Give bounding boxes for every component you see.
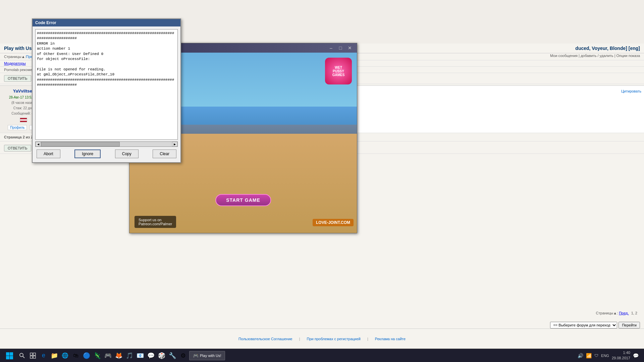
patreon-text: Support us onPatreon.com/Palmer [139, 218, 172, 226]
dialog-titlebar: Code Error [33, 19, 180, 26]
reply-button[interactable]: ОТВЕТИТЬ [4, 75, 31, 82]
svg-rect-3 [10, 356, 13, 359]
pages-label: Страницы▲: [4, 55, 26, 59]
window-controls: – □ ✕ [327, 45, 354, 51]
reg-label: Стаж: [13, 106, 22, 110]
svg-rect-7 [33, 353, 36, 355]
start-button[interactable] [3, 350, 16, 361]
footer-sep-2: | [367, 337, 368, 341]
footer-link-ads[interactable]: Реклама на сайте [375, 337, 406, 341]
right-page-numbers: 1, 2 [631, 311, 637, 315]
game-taskbar-button[interactable]: 🎮 Play with Us! [189, 351, 225, 360]
task-view-icon[interactable] [28, 351, 38, 360]
dialog-buttons: Abort Ignore Copy Clear [35, 147, 178, 160]
forum-select-area: == Выберите форум для перехода == Перейт… [550, 322, 640, 328]
scroll-track[interactable] [41, 142, 172, 146]
right-pagination: Страницы▲: Пред. 1, 2 [596, 311, 637, 315]
quote-button[interactable]: Цитировать [621, 88, 641, 94]
svg-rect-2 [6, 356, 9, 359]
game-taskbar-icon: 🎮 [193, 353, 199, 358]
svg-point-4 [20, 353, 23, 357]
patreon-banner: Support us onPatreon.com/Palmer [135, 216, 176, 228]
edge-icon[interactable]: e [39, 351, 48, 360]
app1-icon[interactable]: 🦎 [93, 351, 102, 360]
footer-link-agreement[interactable]: Пользовательское Соглашение [238, 337, 292, 341]
notifications-icon[interactable]: 💬 [633, 353, 639, 358]
love-joint-banner: LOVE-JOINT.COM [313, 219, 354, 226]
go-button[interactable]: Перейти [619, 322, 640, 328]
windows-icon [5, 352, 13, 360]
task-view-icon-svg [30, 353, 36, 359]
svg-line-5 [23, 356, 24, 358]
abort-button[interactable]: Abort [37, 149, 60, 158]
app3-icon[interactable]: 🦊 [114, 351, 123, 360]
minimize-button[interactable]: – [327, 45, 335, 51]
search-icon [19, 353, 25, 359]
search-taskbar-icon[interactable] [17, 351, 27, 360]
scroll-right-arrow[interactable]: ▶ [172, 142, 177, 146]
store-icon[interactable]: 🛍 [71, 351, 80, 360]
svg-rect-8 [30, 356, 33, 358]
user-actions-text: Мои сообщения | добавить / удалить | Опц… [550, 54, 640, 58]
dialog-body: ◀ ▶ Abort Ignore Copy Clear [33, 26, 180, 162]
date-display: 29.08.2017 [612, 356, 630, 361]
footer: Пользовательское Соглашение | При пробле… [0, 328, 644, 349]
flag-icon [20, 118, 27, 122]
svg-rect-0 [6, 352, 9, 356]
right-sidebar-area: Мои сообщения | добавить / удалить | Опц… [537, 44, 644, 58]
messages-label: Сообщений: [11, 112, 31, 115]
clear-button[interactable]: Clear [153, 149, 176, 158]
app9-icon[interactable]: ⚙ [178, 351, 188, 360]
game-taskbar-label: Play with Us! [200, 354, 221, 358]
start-game-button[interactable]: START GAME [215, 194, 271, 206]
game-logo: WETPUSSYGAMES [325, 58, 352, 84]
app8-icon[interactable]: 🔧 [168, 351, 177, 360]
time-display: 1:40 [612, 350, 630, 355]
tray-icon-3[interactable]: 🛡 [594, 353, 598, 358]
right-prev-link[interactable]: Пред. [619, 311, 629, 315]
scroll-left-arrow[interactable]: ◀ [36, 142, 41, 146]
footer-sep-1: | [299, 337, 300, 341]
svg-rect-1 [10, 352, 13, 356]
horizontal-scrollbar[interactable]: ◀ ▶ [35, 141, 178, 147]
app5-icon[interactable]: 📧 [136, 351, 145, 360]
chrome-icon[interactable]: 🔵 [82, 351, 91, 360]
app6-icon[interactable]: 💬 [146, 351, 156, 360]
dialog-title: Code Error [35, 20, 56, 25]
profile-button[interactable]: Профиль [8, 125, 27, 130]
svg-rect-9 [33, 356, 36, 358]
ignore-button[interactable]: Ignore [74, 149, 101, 158]
forum-select[interactable]: == Выберите форум для перехода == [550, 322, 617, 328]
right-pages-label: Страницы [596, 311, 613, 315]
taskbar: e 📁 🌐 🛍 🔵 🦎 🎮 🦊 🎵 📧 💬 🎲 🔧 ⚙ 🎮 Play with … [0, 349, 644, 362]
tray-icon-2[interactable]: 📶 [586, 353, 592, 358]
code-error-dialog: Code Error ◀ ▶ Abort Ignore Copy Clear [32, 18, 181, 163]
maximize-button[interactable]: □ [336, 45, 345, 51]
lang-indicator[interactable]: ENG [601, 354, 609, 358]
taskbar-clock[interactable]: 1:40 29.08.2017 [612, 350, 630, 361]
file-explorer-icon[interactable]: 📁 [50, 351, 59, 360]
tray-icon-1[interactable]: 🔊 [578, 353, 583, 358]
moderators-link[interactable]: Модераторы [4, 61, 26, 65]
app7-icon[interactable]: 🎲 [157, 351, 166, 360]
close-button[interactable]: ✕ [345, 45, 354, 51]
ie-icon[interactable]: 🌐 [60, 351, 70, 360]
footer-link-registration[interactable]: При проблемах с регистрацией [307, 337, 361, 341]
app4-icon[interactable]: 🎵 [125, 351, 134, 360]
scroll-thumb [41, 142, 120, 146]
app2-icon[interactable]: 🎮 [103, 351, 113, 360]
copy-button[interactable]: Copy [115, 149, 139, 158]
bottom-reply-button[interactable]: ОТВЕТИТЬ [4, 145, 31, 152]
error-text-area[interactable] [35, 29, 178, 140]
system-tray: 🔊 📶 🛡 ENG 1:40 29.08.2017 💬 [575, 350, 641, 361]
svg-rect-6 [30, 353, 33, 355]
